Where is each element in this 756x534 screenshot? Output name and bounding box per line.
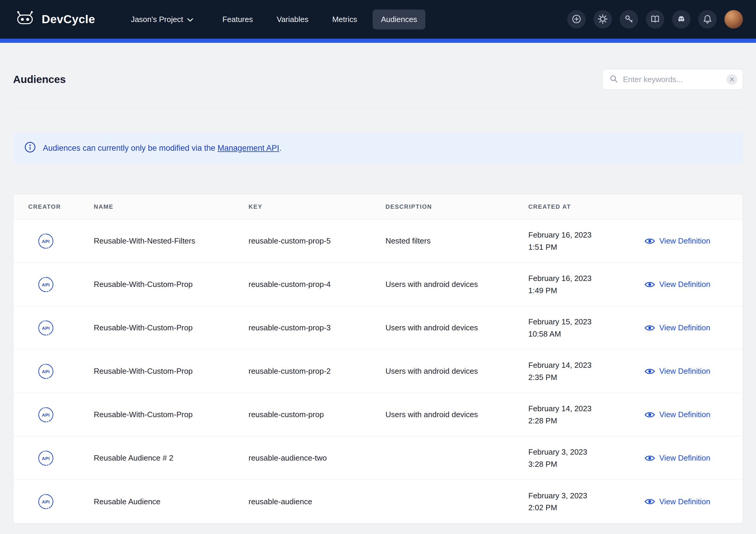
navbar-actions: [567, 10, 743, 29]
create-button[interactable]: [567, 10, 586, 29]
table-row: API Reusable-With-Custom-Prop reusable-c…: [14, 350, 742, 393]
audience-key: reusable-custom-prop-4: [249, 280, 386, 289]
api-creator-icon: API: [37, 362, 55, 381]
project-selector-label: Jason's Project: [131, 15, 183, 24]
creator-cell: API: [14, 449, 94, 468]
audience-key: reusable-audience: [249, 497, 386, 506]
audiences-table: CREATOR NAME KEY DESCRIPTION CREATED AT …: [13, 194, 743, 523]
eye-icon: [644, 368, 655, 375]
view-definition-label: View Definition: [659, 410, 711, 419]
created-at-cell: February 3, 2023 3:28 PM: [528, 446, 644, 470]
banner-text: Audiences can currently only be modified…: [43, 143, 281, 153]
created-at-cell: February 14, 2023 2:35 PM: [528, 359, 644, 383]
created-time: 2:28 PM: [528, 415, 638, 427]
discord-icon: [676, 14, 687, 25]
creator-cell: API: [14, 492, 94, 511]
eye-icon: [644, 454, 655, 462]
created-time: 2:02 PM: [528, 501, 638, 514]
table-row: API Reusable Audience reusable-audience …: [14, 480, 742, 523]
svg-text:API: API: [42, 239, 50, 244]
created-time: 10:58 AM: [528, 328, 638, 340]
eye-icon: [644, 324, 655, 332]
devcycle-logo-icon: [13, 11, 37, 28]
audience-description: Users with android devices: [386, 280, 528, 289]
clear-search-button[interactable]: [727, 74, 737, 85]
created-date: February 14, 2023: [528, 359, 638, 371]
view-definition-link[interactable]: View Definition: [644, 453, 711, 463]
created-time: 1:51 PM: [528, 241, 638, 253]
info-banner: Audiences can currently only be modified…: [13, 132, 743, 164]
actions-cell: View Definition: [644, 453, 742, 463]
page-title: Audiences: [13, 73, 66, 85]
header-creator: CREATOR: [14, 203, 94, 210]
search-icon: [609, 74, 618, 85]
svg-text:API: API: [42, 282, 50, 287]
actions-cell: View Definition: [644, 280, 742, 289]
nav-item-metrics[interactable]: Metrics: [324, 10, 365, 29]
audience-name: Reusable-With-Nested-Filters: [94, 236, 249, 245]
svg-text:API: API: [42, 412, 50, 418]
created-at-cell: February 3, 2023 2:02 PM: [528, 490, 644, 514]
created-at-cell: February 15, 2023 10:58 AM: [528, 316, 644, 340]
docs-button[interactable]: [646, 10, 664, 29]
audience-description: Users with android devices: [386, 410, 528, 419]
header-description: DESCRIPTION: [386, 203, 528, 210]
view-definition-link[interactable]: View Definition: [644, 323, 711, 332]
view-definition-link[interactable]: View Definition: [644, 236, 711, 245]
audience-name: Reusable-With-Custom-Prop: [94, 410, 249, 419]
chevron-down-icon: [187, 15, 193, 24]
management-api-link[interactable]: Management API: [218, 143, 279, 153]
created-date: February 16, 2023: [528, 272, 638, 284]
banner-text-suffix: .: [279, 143, 282, 153]
primary-nav: Features Variables Metrics Audiences: [214, 10, 425, 29]
view-definition-link[interactable]: View Definition: [644, 410, 711, 419]
created-time: 2:35 PM: [528, 371, 638, 383]
header-created-at: CREATED AT: [528, 203, 644, 210]
view-definition-link[interactable]: View Definition: [644, 280, 711, 289]
eye-icon: [644, 498, 655, 505]
svg-text:API: API: [42, 456, 50, 461]
top-navbar: DevCycle Jason's Project Features Variab…: [0, 0, 756, 38]
api-creator-icon: API: [37, 319, 55, 337]
eye-icon: [644, 281, 655, 289]
project-selector[interactable]: Jason's Project: [131, 15, 194, 24]
svg-text:API: API: [42, 326, 50, 331]
eye-icon: [644, 237, 655, 245]
creator-cell: API: [14, 232, 94, 250]
view-definition-label: View Definition: [659, 236, 711, 245]
audience-key: reusable-custom-prop-5: [249, 236, 386, 245]
nav-item-features[interactable]: Features: [214, 10, 261, 29]
table-body: API Reusable-With-Nested-Filters reusabl…: [14, 219, 742, 523]
api-creator-icon: API: [37, 232, 55, 250]
view-definition-label: View Definition: [659, 497, 711, 506]
creator-cell: API: [14, 275, 94, 294]
gear-icon: [598, 14, 608, 25]
search-input[interactable]: [623, 75, 722, 84]
actions-cell: View Definition: [644, 497, 742, 506]
api-creator-icon: API: [37, 275, 55, 294]
notifications-button[interactable]: [698, 10, 717, 29]
created-date: February 3, 2023: [528, 446, 638, 458]
nav-item-variables[interactable]: Variables: [268, 10, 317, 29]
created-date: February 14, 2023: [528, 403, 638, 415]
audience-key: reusable-custom-prop-2: [249, 367, 386, 376]
audience-description: Users with android devices: [386, 323, 528, 332]
table-row: API Reusable-With-Custom-Prop reusable-c…: [14, 306, 742, 350]
actions-cell: View Definition: [644, 323, 742, 332]
view-definition-link[interactable]: View Definition: [644, 367, 711, 376]
api-creator-icon: API: [37, 406, 55, 424]
table-row: API Reusable-With-Nested-Filters reusabl…: [14, 219, 742, 263]
settings-button[interactable]: [593, 10, 612, 29]
brand-name: DevCycle: [42, 13, 95, 26]
view-definition-link[interactable]: View Definition: [644, 497, 711, 506]
brand[interactable]: DevCycle: [13, 11, 95, 28]
eye-icon: [644, 411, 655, 419]
avatar[interactable]: [724, 10, 743, 29]
view-definition-label: View Definition: [659, 367, 711, 376]
creator-cell: API: [14, 406, 94, 424]
api-keys-button[interactable]: [620, 10, 638, 29]
created-time: 3:28 PM: [528, 458, 638, 470]
created-at-cell: February 16, 2023 1:51 PM: [528, 229, 644, 253]
nav-item-audiences[interactable]: Audiences: [373, 10, 425, 29]
discord-button[interactable]: [672, 10, 690, 29]
